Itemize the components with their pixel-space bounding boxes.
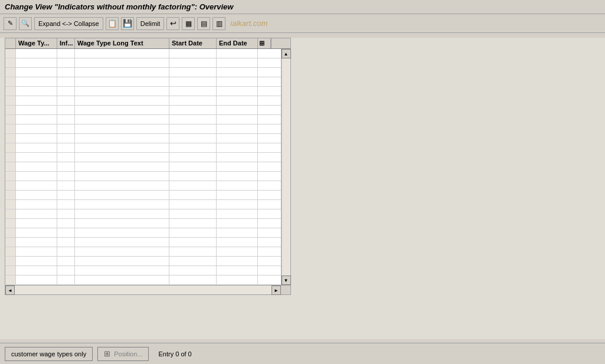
edit-icon-btn[interactable]: ✎	[4, 17, 17, 30]
table-row[interactable]	[5, 162, 281, 172]
expand-collapse-btn[interactable]: Expand <-> Collapse	[34, 17, 103, 30]
col-end-date-header: End Date	[217, 38, 258, 48]
scroll-up-btn[interactable]: ▲	[282, 49, 291, 58]
table-row[interactable]	[5, 219, 281, 228]
table-row[interactable]	[5, 172, 281, 181]
scroll-track-v	[282, 58, 290, 276]
watermark: ialkart.com	[230, 19, 267, 28]
scroll-down-btn[interactable]: ▼	[282, 276, 291, 285]
page-title: Change View "Indicators without monthly …	[5, 2, 233, 11]
table-rows-area	[5, 49, 281, 285]
col-start-date-header: Start Date	[169, 38, 217, 48]
row-selector	[5, 49, 16, 58]
table-row[interactable]	[5, 58, 281, 68]
entry-count: Entry 0 of 0	[158, 350, 191, 358]
col-long-text-header: Wage Type Long Text	[75, 38, 169, 48]
vertical-scrollbar[interactable]: ▲ ▼	[281, 49, 290, 285]
table-row[interactable]	[5, 143, 281, 153]
undo-btn[interactable]: ↩	[166, 17, 179, 30]
main-area: Wage Ty... Inf... Wage Type Long Text St…	[0, 38, 605, 339]
cell-wage-type	[16, 49, 57, 58]
table-row[interactable]	[5, 96, 281, 106]
delimit-btn[interactable]: Delimit	[136, 17, 165, 30]
table-row[interactable]	[5, 134, 281, 143]
table-row[interactable]	[5, 191, 281, 200]
table-row[interactable]	[5, 247, 281, 257]
cell-long-text	[75, 49, 169, 58]
status-bar: customer wage types only ⊞ Position... E…	[0, 343, 605, 364]
expand-collapse-label: Expand <-> Collapse	[38, 20, 99, 27]
table-row[interactable]	[5, 200, 281, 209]
table-row[interactable]	[5, 266, 281, 276]
icon-btn-2[interactable]: ▤	[197, 17, 210, 30]
col-inf-header: Inf...	[57, 38, 75, 48]
cell-end-date	[217, 49, 258, 58]
table-row[interactable]	[5, 209, 281, 219]
table-row[interactable]	[5, 228, 281, 238]
header-selector-col	[5, 38, 16, 48]
scroll-right-btn[interactable]: ►	[272, 286, 281, 295]
save-icon: 💾	[123, 19, 132, 28]
table-row[interactable]	[5, 106, 281, 115]
table-row[interactable]	[5, 153, 281, 162]
table-row[interactable]	[5, 181, 281, 191]
copy-btn[interactable]: 📋	[106, 17, 119, 30]
table-row[interactable]	[5, 115, 281, 124]
scroll-left-btn[interactable]: ◄	[5, 286, 15, 295]
cell-inf	[57, 49, 75, 58]
delimit-label: Delimit	[140, 20, 161, 27]
copy-icon: 📋	[107, 19, 117, 28]
table-icon: ▤	[201, 19, 207, 28]
customer-wage-types-label: customer wage types only	[11, 350, 86, 358]
position-label: Position...	[114, 350, 142, 358]
find-icon: 🔍	[21, 19, 30, 27]
table-container: Wage Ty... Inf... Wage Type Long Text St…	[5, 38, 291, 295]
cell-start-date	[169, 49, 217, 58]
table-row[interactable]	[5, 77, 281, 87]
horizontal-scrollbar[interactable]: ◄ ►	[5, 285, 290, 294]
toolbar: ✎ 🔍 Expand <-> Collapse 📋 💾 Delimit ↩ ▦ …	[0, 14, 605, 33]
position-btn[interactable]: ⊞ Position...	[97, 347, 149, 361]
table-row[interactable]	[5, 257, 281, 266]
position-icon: ⊞	[104, 349, 110, 358]
table-row[interactable]	[5, 238, 281, 247]
layout-icon: ▥	[216, 19, 223, 28]
scrollbar-top-right	[271, 38, 280, 48]
table-row[interactable]	[5, 124, 281, 134]
table-row[interactable]	[5, 49, 281, 58]
icon-btn-3[interactable]: ▥	[212, 17, 225, 30]
table-row[interactable]	[5, 276, 281, 285]
table-row[interactable]	[5, 87, 281, 96]
find-icon-btn[interactable]: 🔍	[19, 17, 32, 30]
table-row[interactable]	[5, 68, 281, 77]
column-settings-icon: ⊞	[259, 40, 264, 47]
table-body-wrapper: ▲ ▼	[5, 49, 290, 285]
icon-btn-1[interactable]: ▦	[182, 17, 195, 30]
scroll-track-h	[15, 286, 272, 294]
col-wage-type-header: Wage Ty...	[16, 38, 57, 48]
grid-icon: ▦	[185, 19, 192, 28]
customer-wage-types-btn[interactable]: customer wage types only	[5, 347, 93, 361]
table-header: Wage Ty... Inf... Wage Type Long Text St…	[5, 38, 290, 49]
title-bar: Change View "Indicators without monthly …	[0, 0, 605, 14]
pencil-icon: ✎	[8, 19, 13, 27]
save-btn[interactable]: 💾	[121, 17, 134, 30]
col-settings-header[interactable]: ⊞	[258, 38, 271, 48]
undo-icon: ↩	[170, 19, 176, 28]
